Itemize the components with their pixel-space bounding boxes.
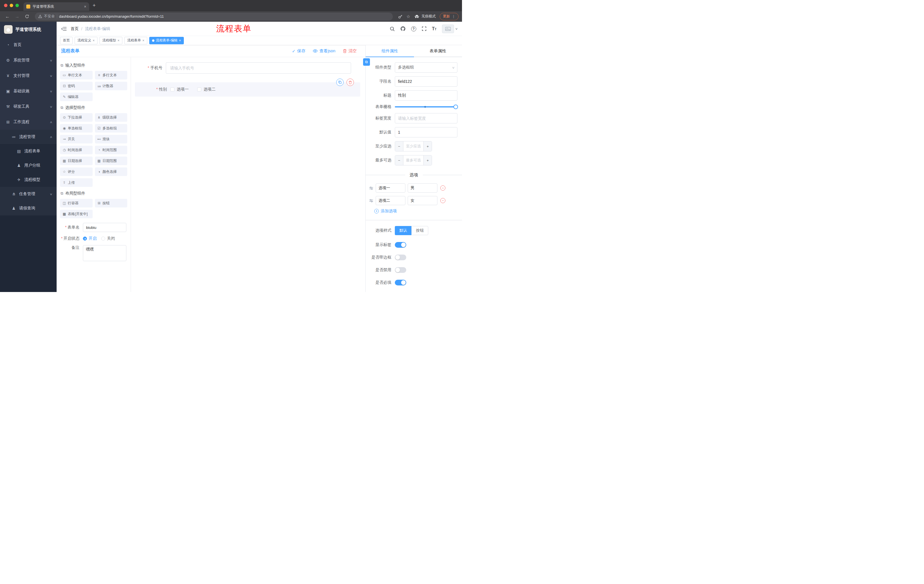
tag-process-form[interactable]: 流程表单 (124, 37, 147, 44)
component-chip-select[interactable]: 下拉选择 (60, 113, 92, 122)
tag-close-icon[interactable] (117, 39, 119, 43)
sidebar-item-workflow[interactable]: 工作流程 (0, 114, 57, 130)
remove-option-button[interactable] (440, 198, 446, 203)
gender-option-1-checkbox[interactable]: 选项一 (170, 87, 189, 92)
style-default-button[interactable]: 默认 (395, 226, 411, 235)
option-label-input[interactable] (376, 183, 405, 192)
component-chip-multi-text[interactable]: 多行文本 (95, 71, 127, 79)
option-value-input[interactable] (408, 183, 437, 192)
sidebar-item-process-model[interactable]: 流程模型 (0, 173, 57, 187)
default-value-input[interactable] (395, 127, 457, 137)
link-chip[interactable] (363, 58, 370, 66)
tag-close-icon[interactable] (92, 39, 95, 43)
field-name-input[interactable] (395, 76, 457, 87)
component-chip-single-text[interactable]: 单行文本 (60, 71, 92, 79)
component-type-select[interactable]: 多选框组 (395, 62, 457, 72)
sidebar-item-infrastructure[interactable]: 基础设施 (0, 84, 57, 99)
component-chip-table[interactable]: 表格[开发中] (60, 210, 92, 218)
browser-update-button[interactable]: 更新 (440, 13, 459, 20)
remark-textarea[interactable]: 嘿嘿 (83, 245, 126, 261)
tab-component-props[interactable]: 组件属性 (366, 45, 414, 57)
sidebar-item-system-mgmt[interactable]: 系统管理 (0, 53, 57, 68)
component-chip-counter[interactable]: 计数器 (95, 82, 127, 90)
component-chip-upload[interactable]: 上传 (60, 178, 92, 187)
required-toggle[interactable] (395, 280, 406, 285)
gender-option-2-checkbox[interactable]: 选项二 (197, 87, 216, 92)
component-chip-cascader[interactable]: 级联选择 (95, 113, 127, 122)
search-icon[interactable] (390, 26, 395, 31)
component-chip-switch[interactable]: 开关 (60, 135, 92, 143)
component-chip-time-range[interactable]: 时间范围 (95, 146, 127, 154)
title-input[interactable] (395, 90, 457, 100)
border-toggle[interactable] (395, 255, 406, 260)
breadcrumb-home[interactable]: 首页 (71, 26, 79, 31)
show-label-toggle[interactable] (395, 242, 406, 248)
password-key-icon[interactable] (398, 14, 403, 19)
component-chip-editor[interactable]: 编辑器 (60, 92, 92, 101)
tag-process-model[interactable]: 流程模型 (99, 37, 122, 44)
decrement-button[interactable] (395, 155, 403, 165)
sidebar-item-user-group[interactable]: 用户分组 (0, 158, 57, 173)
help-icon[interactable] (411, 26, 416, 31)
increment-button[interactable] (423, 155, 432, 165)
clear-button[interactable]: 清空 (343, 48, 357, 54)
tab-form-props[interactable]: 表单属性 (414, 45, 462, 57)
app-logo[interactable]: 芋道管理系统 (0, 22, 57, 37)
new-tab-button[interactable] (92, 3, 96, 8)
remove-option-button[interactable] (440, 186, 446, 191)
view-json-button[interactable]: 查看json (313, 48, 335, 54)
form-grid-slider[interactable] (395, 105, 457, 109)
component-chip-time-picker[interactable]: 时间选择 (60, 146, 92, 154)
copy-widget-button[interactable] (336, 79, 344, 86)
slider-handle[interactable] (454, 105, 458, 109)
style-button-button[interactable]: 按钮 (411, 226, 428, 235)
component-chip-row-container[interactable]: 行容器 (60, 199, 92, 207)
label-width-input[interactable] (395, 113, 457, 123)
form-name-input[interactable] (83, 223, 126, 232)
browser-tab[interactable]: 芋道管理系统 (23, 2, 89, 11)
disabled-toggle[interactable] (395, 267, 406, 273)
user-avatar[interactable] (442, 25, 457, 33)
component-chip-slider[interactable]: 滑块 (95, 135, 127, 143)
sidebar-item-leave-query[interactable]: 请假查询 (0, 201, 57, 216)
phone-input[interactable] (166, 62, 351, 74)
component-chip-rate[interactable]: 评分 (60, 168, 92, 176)
component-chip-radio-group[interactable]: 单选框组 (60, 124, 92, 133)
sidebar-item-home[interactable]: 首页 (0, 37, 57, 53)
sidebar-item-process-mgmt[interactable]: 流程管理 (0, 130, 57, 144)
hamburger-icon[interactable] (61, 26, 67, 31)
font-size-icon[interactable]: TT (432, 26, 437, 31)
component-chip-button[interactable]: 按钮 (95, 199, 127, 207)
tag-home[interactable]: 首页 (60, 37, 73, 44)
reload-button[interactable] (23, 13, 31, 21)
component-chip-checkbox-group[interactable]: 多选框组 (95, 124, 127, 133)
component-chip-date-picker[interactable]: 日期选择 (60, 156, 92, 165)
drag-handle-icon[interactable] (369, 199, 373, 202)
sidebar-item-dev-tools[interactable]: 研发工具 (0, 99, 57, 114)
form-canvas[interactable]: 手机号 性别 选项一 选项二 (131, 57, 365, 292)
delete-widget-button[interactable] (346, 79, 354, 86)
component-chip-password[interactable]: 密码 (60, 82, 92, 90)
drag-handle-icon[interactable] (369, 186, 373, 190)
github-icon[interactable] (400, 26, 406, 31)
tab-close-icon[interactable] (84, 4, 86, 9)
decrement-button[interactable] (395, 141, 403, 151)
sidebar-item-process-form[interactable]: 流程表单 (0, 144, 57, 158)
save-button[interactable]: 保存 (292, 48, 305, 54)
component-chip-color-picker[interactable]: 颜色选择 (95, 168, 127, 176)
back-button[interactable] (3, 13, 12, 21)
tag-process-form-edit[interactable]: 流程表单-编辑 (149, 37, 184, 44)
min-select-value[interactable]: 至少应选 (403, 141, 423, 151)
status-on-radio[interactable]: 开启 (83, 236, 97, 241)
option-value-input[interactable] (408, 196, 437, 205)
fullscreen-icon[interactable] (422, 26, 427, 31)
tag-close-icon[interactable] (179, 39, 181, 43)
add-option-button[interactable]: 添加选项 (374, 209, 462, 214)
browser-menu-icon[interactable] (452, 14, 455, 18)
increment-button[interactable] (423, 141, 432, 151)
status-off-radio[interactable]: 关闭 (101, 236, 115, 241)
address-bar[interactable]: 不安全 dashboard.yudao.iocoder.cn/bpm/manag… (35, 13, 393, 21)
sidebar-item-payment-mgmt[interactable]: 支付管理 (0, 68, 57, 84)
sidebar-item-task-mgmt[interactable]: 任务管理 (0, 187, 57, 201)
max-select-value[interactable]: 最多可选 (403, 155, 423, 165)
